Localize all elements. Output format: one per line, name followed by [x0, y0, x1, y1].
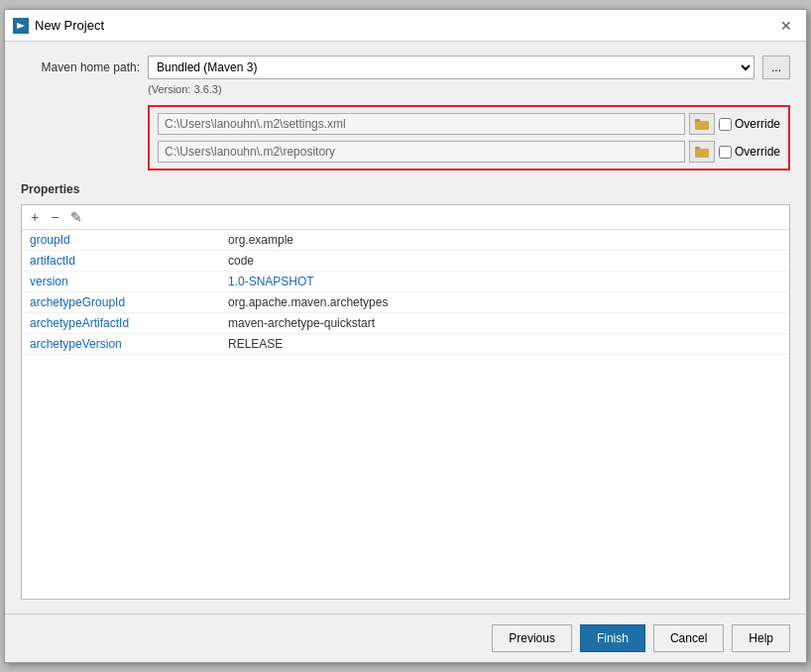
dialog-icon — [13, 18, 29, 34]
prop-value: code — [228, 254, 781, 268]
local-repo-override: Override — [719, 145, 780, 159]
maven-home-row: Maven home path: Bundled (Maven 3) ... — [21, 56, 790, 79]
prop-value: 1.0-SNAPSHOT — [228, 275, 781, 288]
title-bar: New Project ✕ — [5, 10, 806, 42]
local-repo-input[interactable] — [158, 141, 685, 163]
local-repo-inner-row: Override — [158, 141, 780, 163]
prop-key: groupId — [30, 233, 228, 247]
settings-highlight-box: Override Override — [148, 105, 790, 170]
table-row[interactable]: artifactId code — [22, 251, 789, 272]
local-repo-override-label: Override — [735, 145, 780, 159]
maven-browse-button[interactable]: ... — [762, 56, 790, 79]
local-repo-override-checkbox[interactable] — [719, 146, 732, 159]
table-row[interactable]: archetypeGroupId org.apache.maven.archet… — [22, 292, 789, 313]
finish-button[interactable]: Finish — [580, 624, 645, 652]
prop-value: org.example — [228, 233, 781, 247]
props-toolbar: + − ✎ — [22, 205, 789, 230]
help-button[interactable]: Help — [732, 624, 790, 652]
svg-rect-6 — [695, 147, 700, 150]
maven-home-label: Maven home path: — [21, 60, 140, 74]
previous-button[interactable]: Previous — [492, 624, 572, 652]
prop-key: archetypeVersion — [30, 337, 228, 351]
maven-home-select[interactable]: Bundled (Maven 3) — [148, 56, 754, 79]
user-settings-inner-row: Override — [158, 113, 780, 135]
table-row[interactable]: archetypeVersion RELEASE — [22, 334, 789, 355]
cancel-button[interactable]: Cancel — [653, 624, 724, 652]
properties-box: + − ✎ groupId org.example artifactId cod… — [21, 204, 790, 600]
user-settings-browse-button[interactable] — [689, 113, 715, 135]
prop-value: org.apache.maven.archetypes — [228, 295, 781, 309]
prop-value: RELEASE — [228, 337, 781, 351]
user-settings-override-checkbox[interactable] — [719, 118, 732, 131]
add-property-button[interactable]: + — [28, 209, 42, 225]
new-project-dialog: New Project ✕ Maven home path: Bundled (… — [4, 9, 807, 663]
table-row[interactable]: version 1.0-SNAPSHOT — [22, 272, 789, 292]
prop-key: archetypeArtifactId — [30, 316, 228, 330]
prop-key: version — [30, 275, 228, 288]
table-row[interactable]: groupId org.example — [22, 230, 789, 251]
svg-rect-4 — [695, 119, 700, 122]
prop-key: artifactId — [30, 254, 228, 268]
close-button[interactable]: ✕ — [774, 14, 798, 38]
dialog-footer: Previous Finish Cancel Help — [5, 614, 806, 662]
prop-key: archetypeGroupId — [30, 295, 228, 309]
user-settings-input[interactable] — [158, 113, 685, 135]
svg-rect-5 — [695, 149, 709, 158]
dialog-title: New Project — [35, 18, 104, 33]
local-repo-browse-button[interactable] — [689, 141, 715, 163]
remove-property-button[interactable]: − — [48, 209, 61, 225]
table-row[interactable]: archetypeArtifactId maven-archetype-quic… — [22, 313, 789, 334]
prop-value: maven-archetype-quickstart — [228, 316, 781, 330]
edit-property-button[interactable]: ✎ — [67, 209, 85, 225]
properties-section-label: Properties — [21, 182, 790, 196]
properties-table: groupId org.example artifactId code vers… — [22, 230, 789, 599]
user-settings-override: Override — [719, 117, 780, 131]
user-settings-override-label: Override — [735, 117, 780, 131]
maven-version: (Version: 3.6.3) — [148, 83, 790, 95]
dialog-content: Maven home path: Bundled (Maven 3) ... (… — [5, 42, 806, 614]
